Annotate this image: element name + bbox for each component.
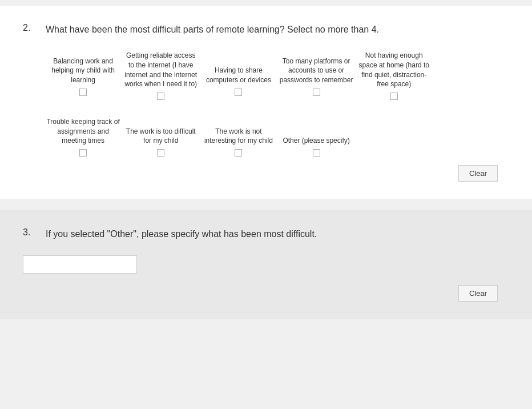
option-many-platforms-checkbox[interactable]	[313, 89, 320, 96]
question-3-clear-container: Clear	[23, 285, 509, 302]
option-too-difficult-label: The work is too difficult for my child	[123, 111, 198, 146]
question-3-section: 3. If you selected "Other", please speci…	[0, 210, 532, 319]
option-empty-1	[434, 51, 509, 100]
option-many-platforms[interactable]: Too many platforms or accounts to use or…	[279, 51, 354, 100]
option-track-assignments-checkbox[interactable]	[79, 149, 87, 157]
option-empty-3	[434, 111, 509, 157]
option-other-checkbox[interactable]	[313, 149, 320, 157]
question-3-number: 3.	[23, 227, 40, 238]
question-2-text: What have been the most difficult parts …	[46, 23, 379, 37]
options-row-1: Balancing work and helping my child with…	[23, 51, 509, 100]
option-track-assignments-label: Trouble keeping track of assignments and…	[46, 111, 120, 146]
option-track-assignments[interactable]: Trouble keeping track of assignments and…	[46, 111, 120, 157]
question-2-clear-container: Clear	[23, 165, 509, 182]
section-divider	[0, 199, 532, 210]
option-not-interesting[interactable]: The work is not interesting for my child	[201, 111, 276, 157]
options-row-2: Trouble keeping track of assignments and…	[23, 111, 509, 157]
option-balancing-work-label: Balancing work and helping my child with…	[46, 51, 120, 85]
option-share-computers-checkbox[interactable]	[235, 89, 242, 96]
question-2-section: 2. What have been the most difficult par…	[0, 6, 532, 199]
option-too-difficult[interactable]: The work is too difficult for my child	[123, 111, 198, 157]
option-internet-access-label: Getting reliable access to the internet …	[123, 51, 198, 89]
question-2-header: 2. What have been the most difficult par…	[23, 23, 509, 37]
option-other-label: Other (please specify)	[283, 111, 349, 146]
option-share-computers[interactable]: Having to share computers or devices	[201, 51, 276, 100]
option-no-space-label: Not having enough space at home (hard to…	[357, 51, 432, 89]
option-internet-access[interactable]: Getting reliable access to the internet …	[123, 51, 198, 100]
option-empty-2	[357, 111, 432, 157]
option-other[interactable]: Other (please specify)	[279, 111, 354, 157]
option-not-interesting-checkbox[interactable]	[235, 149, 242, 157]
page-container: 2. What have been the most difficult par…	[0, 0, 532, 324]
question-3-text: If you selected "Other", please specify …	[46, 227, 317, 241]
option-internet-access-checkbox[interactable]	[157, 93, 164, 100]
option-too-difficult-checkbox[interactable]	[157, 149, 164, 157]
other-specify-input[interactable]	[23, 255, 137, 274]
option-no-space[interactable]: Not having enough space at home (hard to…	[357, 51, 432, 100]
option-not-interesting-label: The work is not interesting for my child	[201, 111, 276, 146]
question-3-clear-button[interactable]: Clear	[458, 285, 498, 302]
option-balancing-work-checkbox[interactable]	[79, 89, 87, 96]
option-many-platforms-label: Too many platforms or accounts to use or…	[279, 51, 354, 85]
question-3-header: 3. If you selected "Other", please speci…	[23, 227, 509, 241]
option-share-computers-label: Having to share computers or devices	[201, 51, 276, 85]
question-2-number: 2.	[23, 23, 40, 33]
option-balancing-work[interactable]: Balancing work and helping my child with…	[46, 51, 120, 100]
option-no-space-checkbox[interactable]	[390, 93, 398, 100]
question-2-clear-button[interactable]: Clear	[458, 165, 498, 182]
